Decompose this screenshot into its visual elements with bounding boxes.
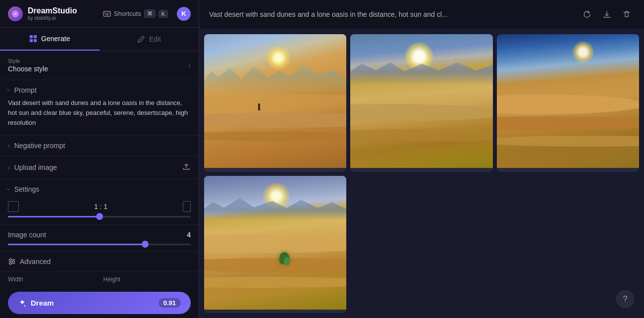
ar-icon-tall-right	[183, 201, 191, 212]
prompt-chevron-icon: ›	[5, 89, 13, 92]
advanced-row[interactable]: Advanced	[0, 252, 199, 272]
refresh-button[interactable]	[580, 7, 594, 22]
upload-chevron-icon: ›	[8, 163, 10, 171]
svg-rect-9	[34, 39, 37, 42]
prompt-label: Prompt	[14, 86, 37, 94]
settings-section: › Settings 1 : 1	[0, 179, 199, 225]
svg-rect-7	[34, 35, 37, 38]
svg-rect-3	[107, 12, 107, 13]
dream-button-container: Dream 0.91	[0, 288, 199, 318]
style-value: Choose style	[8, 65, 48, 73]
image-count-label: Image count	[8, 231, 46, 239]
edit-tab-label: Edit	[149, 35, 161, 43]
app-title-group: DreamStudio by stability.ai	[28, 6, 77, 21]
wh-row: Width Height	[0, 272, 199, 285]
svg-rect-5	[106, 14, 108, 15]
app-logo-group: DreamStudio by stability.ai	[8, 6, 77, 21]
aspect-ratio-slider-container	[0, 213, 199, 224]
dream-credit: 0.91	[159, 298, 181, 308]
advanced-icon	[8, 258, 16, 265]
dream-label: Dream	[31, 299, 54, 307]
prompt-header[interactable]: › Prompt	[0, 80, 199, 97]
upload-image-label: Upload image	[14, 163, 57, 171]
style-label-group: Style Choose style	[8, 58, 48, 73]
refresh-icon	[583, 10, 591, 19]
image-count-header: Image count 4	[8, 231, 191, 239]
kbd-cmd: ⌘	[144, 9, 156, 18]
settings-header[interactable]: › Settings	[0, 179, 199, 199]
tab-edit[interactable]: Edit	[100, 28, 199, 51]
grid-image-1[interactable]	[204, 34, 346, 172]
shortcuts-button[interactable]: Shortcuts ⌘ K	[99, 7, 172, 20]
upload-image-row[interactable]: › Upload image	[0, 156, 199, 179]
app-header: DreamStudio by stability.ai Shortcuts ⌘ …	[0, 0, 199, 28]
app-subtitle: by stability.ai	[28, 15, 77, 21]
dream-button[interactable]: Dream 0.91	[8, 292, 191, 314]
settings-chevron-icon: ›	[5, 188, 13, 190]
main-content: Vast desert with sand dunes and a lone o…	[199, 0, 644, 318]
aspect-ratio-slider-fill	[8, 216, 100, 217]
svg-rect-2	[105, 12, 106, 13]
shortcuts-label: Shortcuts	[114, 10, 141, 17]
style-section-label: Style	[8, 58, 48, 64]
style-chevron-right-icon: ›	[188, 61, 191, 70]
aspect-ratio-slider-track[interactable]	[8, 216, 191, 217]
grid-image-4[interactable]	[204, 176, 346, 314]
width-col: Width	[8, 276, 96, 283]
aspect-ratio-value: 1 : 1	[94, 203, 107, 211]
header-actions	[580, 7, 634, 22]
settings-label: Settings	[14, 185, 40, 193]
mode-tabs: Generate Edit	[0, 28, 199, 51]
keyboard-icon	[103, 10, 111, 18]
image-count-slider-track[interactable]	[8, 244, 191, 245]
trash-icon	[622, 10, 631, 19]
dream-button-left: Dream	[18, 299, 54, 308]
edit-icon	[137, 35, 145, 43]
aspect-ratio-slider-thumb[interactable]	[96, 213, 103, 220]
height-label: Height	[104, 276, 191, 283]
help-button[interactable]: ?	[616, 290, 634, 308]
images-header: Vast desert with sand dunes and a lone o…	[199, 0, 644, 29]
upload-icon	[182, 162, 191, 173]
grid-image-2[interactable]	[350, 34, 492, 172]
svg-rect-4	[108, 12, 109, 13]
image-count-value: 4	[187, 231, 191, 239]
upload-left: › Upload image	[8, 163, 57, 171]
negative-prompt-chevron-icon: ›	[8, 142, 10, 150]
sidebar: DreamStudio by stability.ai Shortcuts ⌘ …	[0, 0, 199, 318]
image-count-section: Image count 4	[0, 225, 199, 252]
negative-prompt-row[interactable]: › Negative prompt	[0, 136, 199, 156]
negative-prompt-label: Negative prompt	[14, 142, 65, 150]
style-section[interactable]: Style Choose style ›	[0, 51, 199, 80]
image-count-slider-thumb[interactable]	[142, 241, 149, 248]
topbar-right: Shortcuts ⌘ K K	[99, 7, 191, 21]
download-button[interactable]	[599, 7, 614, 22]
download-icon	[602, 10, 611, 19]
ar-icon-square-left	[8, 201, 19, 212]
delete-button[interactable]	[619, 7, 634, 22]
svg-point-10	[9, 259, 11, 261]
prompt-text[interactable]: Vast desert with sand dunes and a lone o…	[0, 97, 199, 135]
app-title: DreamStudio	[28, 6, 77, 15]
height-col: Height	[104, 276, 191, 283]
svg-point-11	[12, 261, 14, 263]
app-logo-icon	[8, 6, 23, 21]
aspect-ratio-row: 1 : 1	[0, 199, 199, 213]
advanced-label: Advanced	[20, 258, 51, 265]
kbd-k: K	[159, 10, 168, 18]
grid-image-3[interactable]	[497, 34, 639, 172]
help-icon: ?	[623, 295, 628, 304]
dream-sparkle-icon	[18, 299, 27, 308]
tab-generate[interactable]: Generate	[0, 28, 100, 51]
svg-rect-8	[30, 39, 33, 42]
svg-point-12	[9, 263, 11, 265]
generate-tab-label: Generate	[41, 35, 70, 43]
image-count-slider-fill	[8, 244, 145, 245]
width-label: Width	[8, 276, 96, 283]
prompt-display: Vast desert with sand dunes and a lone o…	[209, 10, 546, 18]
svg-rect-1	[104, 11, 110, 16]
prompt-section: › Prompt Vast desert with sand dunes and…	[0, 80, 199, 135]
svg-rect-6	[30, 35, 33, 38]
user-avatar[interactable]: K	[177, 7, 191, 21]
image-grid	[199, 29, 644, 318]
